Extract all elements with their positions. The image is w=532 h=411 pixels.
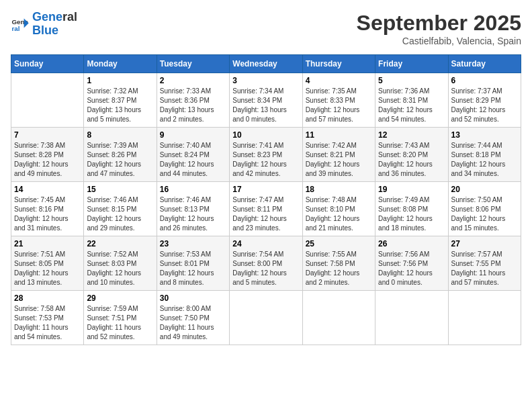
day-info: Sunrise: 8:00 AM Sunset: 7:50 PM Dayligh… xyxy=(160,304,226,342)
day-number: 23 xyxy=(160,239,226,248)
day-header-thursday: Thursday xyxy=(302,55,375,73)
calendar-cell xyxy=(375,291,448,345)
day-header-monday: Monday xyxy=(84,55,157,73)
calendar-cell xyxy=(11,73,84,128)
day-info: Sunrise: 7:41 AM Sunset: 8:23 PM Dayligh… xyxy=(232,141,299,179)
day-number: 27 xyxy=(451,239,518,248)
calendar-cell: 23Sunrise: 7:53 AM Sunset: 8:01 PM Dayli… xyxy=(157,236,229,291)
day-number: 9 xyxy=(160,130,226,140)
day-info: Sunrise: 7:34 AM Sunset: 8:34 PM Dayligh… xyxy=(232,87,299,124)
day-number: 21 xyxy=(14,239,81,248)
calendar-cell: 22Sunrise: 7:52 AM Sunset: 8:03 PM Dayli… xyxy=(84,236,157,291)
day-header-sunday: Sunday xyxy=(11,55,84,73)
day-info: Sunrise: 7:44 AM Sunset: 8:18 PM Dayligh… xyxy=(451,141,518,179)
calendar-cell: 27Sunrise: 7:57 AM Sunset: 7:55 PM Dayli… xyxy=(448,236,521,291)
day-number: 19 xyxy=(378,185,445,194)
day-header-friday: Friday xyxy=(375,55,448,73)
day-number: 2 xyxy=(160,76,226,85)
calendar-cell: 9Sunrise: 7:40 AM Sunset: 8:24 PM Daylig… xyxy=(157,128,229,182)
logo-text: GeneralBlue xyxy=(32,11,77,38)
day-number: 25 xyxy=(306,239,372,248)
calendar-cell: 13Sunrise: 7:44 AM Sunset: 8:18 PM Dayli… xyxy=(448,128,521,182)
day-number: 8 xyxy=(87,130,153,140)
calendar-cell: 1Sunrise: 7:32 AM Sunset: 8:37 PM Daylig… xyxy=(84,73,157,128)
day-number: 14 xyxy=(14,185,81,194)
day-info: Sunrise: 7:42 AM Sunset: 8:21 PM Dayligh… xyxy=(306,141,372,179)
day-info: Sunrise: 7:33 AM Sunset: 8:36 PM Dayligh… xyxy=(160,87,226,124)
day-number: 16 xyxy=(160,185,226,194)
calendar-cell: 19Sunrise: 7:49 AM Sunset: 8:08 PM Dayli… xyxy=(375,182,448,236)
calendar-table: SundayMondayTuesdayWednesdayThursdayFrid… xyxy=(11,54,521,345)
day-number: 10 xyxy=(232,130,299,140)
calendar-cell: 15Sunrise: 7:46 AM Sunset: 8:15 PM Dayli… xyxy=(84,182,157,236)
calendar-cell xyxy=(302,291,375,345)
calendar-cell xyxy=(448,291,521,345)
calendar-body: 1Sunrise: 7:32 AM Sunset: 8:37 PM Daylig… xyxy=(11,73,521,345)
day-info: Sunrise: 7:37 AM Sunset: 8:29 PM Dayligh… xyxy=(451,87,518,124)
day-header-saturday: Saturday xyxy=(448,55,521,73)
day-info: Sunrise: 7:50 AM Sunset: 8:06 PM Dayligh… xyxy=(451,195,518,233)
day-info: Sunrise: 7:36 AM Sunset: 8:31 PM Dayligh… xyxy=(378,87,445,124)
calendar-cell: 18Sunrise: 7:48 AM Sunset: 8:10 PM Dayli… xyxy=(302,182,375,236)
day-info: Sunrise: 7:49 AM Sunset: 8:08 PM Dayligh… xyxy=(378,195,445,233)
calendar-header-row: SundayMondayTuesdayWednesdayThursdayFrid… xyxy=(11,55,521,73)
title-block: September 2025 Castielfabib, Valencia, S… xyxy=(357,11,521,46)
page-header: Gene ral GeneralBlue September 2025 Cast… xyxy=(11,11,521,46)
calendar-cell: 2Sunrise: 7:33 AM Sunset: 8:36 PM Daylig… xyxy=(157,73,229,128)
calendar-cell: 28Sunrise: 7:58 AM Sunset: 7:53 PM Dayli… xyxy=(11,291,84,345)
calendar-cell: 17Sunrise: 7:47 AM Sunset: 8:11 PM Dayli… xyxy=(230,182,302,236)
week-row-2: 14Sunrise: 7:45 AM Sunset: 8:16 PM Dayli… xyxy=(11,182,521,236)
day-number: 4 xyxy=(306,76,372,85)
day-info: Sunrise: 7:46 AM Sunset: 8:15 PM Dayligh… xyxy=(87,195,153,233)
calendar-cell: 3Sunrise: 7:34 AM Sunset: 8:34 PM Daylig… xyxy=(230,73,302,128)
day-info: Sunrise: 7:48 AM Sunset: 8:10 PM Dayligh… xyxy=(306,195,372,233)
day-number: 15 xyxy=(87,185,153,194)
calendar-subtitle: Castielfabib, Valencia, Spain xyxy=(357,36,521,46)
calendar-cell: 7Sunrise: 7:38 AM Sunset: 8:28 PM Daylig… xyxy=(11,128,84,182)
calendar-cell: 24Sunrise: 7:54 AM Sunset: 8:00 PM Dayli… xyxy=(230,236,302,291)
calendar-cell: 6Sunrise: 7:37 AM Sunset: 8:29 PM Daylig… xyxy=(448,73,521,128)
calendar-cell xyxy=(230,291,302,345)
day-info: Sunrise: 7:38 AM Sunset: 8:28 PM Dayligh… xyxy=(14,141,81,179)
day-info: Sunrise: 7:43 AM Sunset: 8:20 PM Dayligh… xyxy=(378,141,445,179)
day-info: Sunrise: 7:35 AM Sunset: 8:33 PM Dayligh… xyxy=(306,87,372,124)
day-number: 13 xyxy=(451,130,518,140)
calendar-cell: 8Sunrise: 7:39 AM Sunset: 8:26 PM Daylig… xyxy=(84,128,157,182)
calendar-title: September 2025 xyxy=(357,11,521,36)
day-number: 24 xyxy=(232,239,299,248)
calendar-cell: 29Sunrise: 7:59 AM Sunset: 7:51 PM Dayli… xyxy=(84,291,157,345)
day-number: 11 xyxy=(306,130,372,140)
calendar-cell: 5Sunrise: 7:36 AM Sunset: 8:31 PM Daylig… xyxy=(375,73,448,128)
day-info: Sunrise: 7:54 AM Sunset: 8:00 PM Dayligh… xyxy=(232,250,299,287)
day-number: 12 xyxy=(378,130,445,140)
day-number: 6 xyxy=(451,76,518,85)
calendar-cell: 10Sunrise: 7:41 AM Sunset: 8:23 PM Dayli… xyxy=(230,128,302,182)
day-number: 18 xyxy=(306,185,372,194)
day-info: Sunrise: 7:58 AM Sunset: 7:53 PM Dayligh… xyxy=(14,304,81,342)
day-number: 29 xyxy=(87,293,153,303)
day-number: 26 xyxy=(378,239,445,248)
logo-icon: Gene ral xyxy=(11,15,30,34)
week-row-4: 28Sunrise: 7:58 AM Sunset: 7:53 PM Dayli… xyxy=(11,291,521,345)
day-number: 22 xyxy=(87,239,153,248)
calendar-cell: 25Sunrise: 7:55 AM Sunset: 7:58 PM Dayli… xyxy=(302,236,375,291)
svg-text:ral: ral xyxy=(11,25,19,32)
day-number: 20 xyxy=(451,185,518,194)
day-info: Sunrise: 7:59 AM Sunset: 7:51 PM Dayligh… xyxy=(87,304,153,342)
day-number: 17 xyxy=(232,185,299,194)
day-number: 5 xyxy=(378,76,445,85)
day-info: Sunrise: 7:51 AM Sunset: 8:05 PM Dayligh… xyxy=(14,250,81,287)
day-info: Sunrise: 7:40 AM Sunset: 8:24 PM Dayligh… xyxy=(160,141,226,179)
calendar-cell: 30Sunrise: 8:00 AM Sunset: 7:50 PM Dayli… xyxy=(157,291,229,345)
calendar-cell: 4Sunrise: 7:35 AM Sunset: 8:33 PM Daylig… xyxy=(302,73,375,128)
day-info: Sunrise: 7:47 AM Sunset: 8:11 PM Dayligh… xyxy=(232,195,299,233)
day-info: Sunrise: 7:39 AM Sunset: 8:26 PM Dayligh… xyxy=(87,141,153,179)
day-info: Sunrise: 7:52 AM Sunset: 8:03 PM Dayligh… xyxy=(87,250,153,287)
day-info: Sunrise: 7:57 AM Sunset: 7:55 PM Dayligh… xyxy=(451,250,518,287)
week-row-1: 7Sunrise: 7:38 AM Sunset: 8:28 PM Daylig… xyxy=(11,128,521,182)
day-header-tuesday: Tuesday xyxy=(157,55,229,73)
week-row-0: 1Sunrise: 7:32 AM Sunset: 8:37 PM Daylig… xyxy=(11,73,521,128)
day-number: 3 xyxy=(232,76,299,85)
day-header-wednesday: Wednesday xyxy=(230,55,302,73)
day-info: Sunrise: 7:53 AM Sunset: 8:01 PM Dayligh… xyxy=(160,250,226,287)
